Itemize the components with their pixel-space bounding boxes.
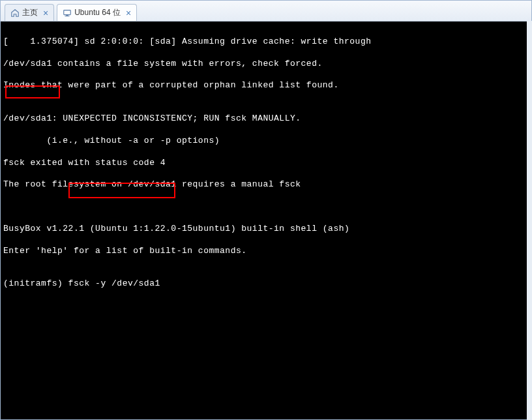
- svg-rect-0: [64, 10, 71, 14]
- terminal-line: (i.e., without -a or -p options): [3, 136, 529, 147]
- monitor-icon: [63, 8, 72, 18]
- app-window: 主页 × Ubuntu 64 位 × [ 1.375074] sd 2:0:0:…: [0, 0, 532, 420]
- terminal-line: Inodes that were part of a corrupted orp…: [3, 80, 529, 91]
- tab-home[interactable]: 主页 ×: [5, 4, 54, 21]
- home-icon: [10, 8, 20, 18]
- terminal-line: BusyBox v1.22.1 (Ubuntu 1:1.22.0-15ubunt…: [3, 224, 529, 235]
- tab-bar: 主页 × Ubuntu 64 位 ×: [1, 1, 531, 22]
- close-icon[interactable]: ×: [126, 8, 131, 18]
- tab-label: Ubuntu 64 位: [74, 7, 121, 18]
- terminal-line: (initramfs) fsck -y /dev/sda1: [3, 278, 529, 290]
- terminal-output[interactable]: [ 1.375074] sd 2:0:0:0: [sda] Assuming d…: [1, 22, 531, 419]
- tab-label: 主页: [22, 7, 38, 18]
- terminal-line: [ 1.375074] sd 2:0:0:0: [sda] Assuming d…: [3, 37, 529, 48]
- tab-ubuntu[interactable]: Ubuntu 64 位 ×: [57, 4, 137, 21]
- terminal-line: /dev/sda1 contains a file system with er…: [3, 59, 529, 70]
- terminal-line: Enter 'help' for a list of built-in comm…: [3, 246, 529, 257]
- svg-rect-2: [65, 16, 70, 16]
- terminal-line: /dev/sda1: UNEXPECTED INCONSISTENCY; RUN…: [3, 113, 529, 125]
- scrollbar[interactable]: [527, 21, 532, 420]
- close-icon[interactable]: ×: [43, 8, 48, 18]
- svg-rect-1: [66, 14, 68, 16]
- terminal-line: The root filesystem on /dev/sda1 require…: [3, 179, 529, 190]
- terminal-line: fsck exited with status code 4: [3, 158, 529, 169]
